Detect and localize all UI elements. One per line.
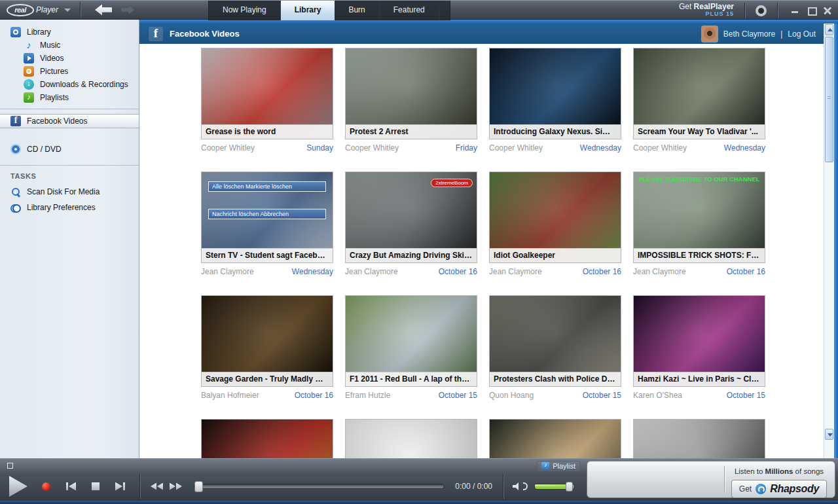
- video-author: Balyan Hofmeier: [201, 391, 259, 400]
- video-cell: Idiot Goalkeeper Jean Claymore October 1…: [489, 171, 621, 276]
- sidebar-item-label: Videos: [40, 54, 64, 63]
- video-title: F1 2011 - Red Bull - A lap of the ...: [346, 372, 477, 386]
- video-author: Jean Claymore: [633, 267, 686, 276]
- video-card[interactable]: [633, 419, 765, 458]
- video-card[interactable]: Grease is the word: [201, 48, 333, 139]
- rewind-button[interactable]: [151, 483, 163, 490]
- scrollbar-up-arrow[interactable]: [825, 24, 833, 35]
- volume-slider[interactable]: [534, 484, 575, 490]
- video-date: Wednesday: [580, 143, 621, 153]
- video-card[interactable]: Hamzi Kazi ~ Live in Paris ~ Clu...: [633, 295, 765, 387]
- video-cell: Savage Garden - Truly Madly De... Balyan…: [201, 295, 333, 400]
- video-cell: [489, 419, 621, 458]
- forward-button-disabled: [121, 6, 134, 14]
- video-cell: Hamzi Kazi ~ Live in Paris ~ Clu... Kare…: [633, 295, 765, 400]
- speaker-icon[interactable]: [513, 482, 520, 490]
- get-realplayer-plus-link[interactable]: Get RealPlayer PLUS 15: [679, 3, 734, 18]
- previous-button[interactable]: [66, 482, 76, 491]
- video-thumbnail: [346, 420, 477, 458]
- sidebar-item-music[interactable]: ♪ Music: [0, 39, 139, 52]
- video-card[interactable]: Protest 2 Arrest: [345, 48, 477, 139]
- logout-link[interactable]: Log Out: [788, 29, 816, 39]
- video-card[interactable]: [489, 419, 621, 458]
- realplayer-logo-icon: real: [7, 4, 34, 16]
- video-author: Cooper Whitley: [201, 143, 255, 153]
- playlist-button[interactable]: Playlist: [537, 461, 580, 471]
- next-button[interactable]: [115, 482, 125, 491]
- video-author: Efram Hutzle: [345, 391, 390, 400]
- sidebar-item-videos[interactable]: Videos: [0, 52, 139, 65]
- video-card[interactable]: Idiot Goalkeeper: [489, 171, 621, 263]
- vertical-scrollbar[interactable]: [824, 24, 834, 458]
- scrollbar-down-arrow[interactable]: [825, 429, 833, 440]
- get-rhapsody-button[interactable]: Get Rhapsody: [731, 480, 827, 498]
- next-icon: [123, 482, 125, 490]
- get-label: Get: [739, 484, 752, 494]
- facebook-icon: [10, 116, 21, 126]
- sidebar-task-library-preferences[interactable]: Library Preferences: [0, 201, 139, 214]
- rhapsody-promo-panel: Listen to Millions of songs Get Rhapsody: [587, 461, 835, 498]
- playlist-icon: [541, 462, 549, 470]
- sidebar-item-facebook-videos[interactable]: Facebook Videos: [0, 114, 139, 128]
- sidebar-item-pictures[interactable]: Pictures: [0, 65, 139, 78]
- minimize-button[interactable]: [791, 7, 799, 14]
- show-video-button[interactable]: [7, 463, 13, 469]
- video-cell: PLEASE SUBSCRIBE TO OUR CHANNEL IMPOSSIB…: [633, 171, 765, 276]
- video-cell: Protesters Clash with Police Du... Quon …: [489, 295, 621, 400]
- video-card[interactable]: Introducing Galaxy Nexus. Simp...: [489, 48, 621, 139]
- volume-slider-handle[interactable]: [566, 482, 573, 492]
- video-cell: 2xtremeBoom Crazy But Amazing Driving Sk…: [345, 171, 477, 276]
- maximize-button[interactable]: [807, 7, 815, 14]
- record-button[interactable]: [42, 482, 50, 491]
- sidebar-item-library[interactable]: Library: [0, 26, 139, 39]
- video-card[interactable]: [345, 419, 477, 458]
- video-title: IMPOSSIBLE TRICK SHOTS: FRI...: [634, 248, 765, 262]
- video-author: Cooper Whitley: [345, 143, 399, 153]
- video-card[interactable]: [201, 419, 333, 458]
- facebook-icon: [149, 27, 163, 41]
- preferences-icon: [10, 202, 21, 213]
- tab-library[interactable]: Library: [281, 1, 335, 20]
- promo-text-bold: Millions: [765, 467, 793, 475]
- tab-burn[interactable]: Burn: [335, 1, 379, 20]
- close-button[interactable]: [824, 7, 831, 14]
- video-author: Quon Hoang: [489, 391, 534, 400]
- get-prefix: Get: [679, 2, 694, 11]
- video-date: October 15: [727, 391, 765, 400]
- sidebar-task-scan-disk[interactable]: Scan Disk For Media: [0, 185, 139, 198]
- videos-icon: [24, 53, 34, 63]
- stop-button[interactable]: [92, 482, 100, 490]
- rhapsody-logo-icon: [756, 484, 766, 494]
- video-card[interactable]: PLEASE SUBSCRIBE TO OUR CHANNEL IMPOSSIB…: [633, 171, 765, 263]
- tab-now-playing[interactable]: Now Playing: [209, 1, 281, 20]
- tab-featured[interactable]: Featured: [380, 1, 439, 20]
- player-bar: Playlist 0:00 / 0:00: [0, 458, 838, 501]
- seek-slider-handle[interactable]: [194, 481, 203, 492]
- realplayer-menu-button[interactable]: real Player: [7, 4, 71, 16]
- video-cell: [633, 419, 765, 458]
- sidebar-item-label: Playlists: [40, 93, 69, 102]
- seek-slider[interactable]: [194, 484, 445, 489]
- fast-forward-button[interactable]: [170, 483, 182, 490]
- sidebar-item-downloads[interactable]: Downloads & Recordings: [0, 78, 139, 91]
- video-card[interactable]: Savage Garden - Truly Madly De...: [201, 295, 333, 387]
- video-date: October 16: [439, 267, 477, 276]
- rhapsody-wordmark: Rhapsody: [770, 483, 819, 495]
- fast-forward-icon: [170, 483, 175, 490]
- video-card[interactable]: F1 2011 - Red Bull - A lap of the ...: [345, 295, 477, 387]
- scrollbar-thumb[interactable]: [825, 37, 833, 162]
- play-button[interactable]: [9, 476, 27, 497]
- sidebar-item-playlists[interactable]: Playlists: [0, 91, 139, 104]
- sidebar: Library ♪ Music Videos Pictures Download…: [0, 20, 139, 458]
- rewind-icon: [151, 483, 156, 490]
- sidebar-item-label: Pictures: [40, 67, 68, 76]
- video-author: Jean Claymore: [489, 267, 542, 276]
- sidebar-item-cd-dvd[interactable]: CD / DVD: [0, 143, 139, 156]
- video-title: Scream Your Way To Vladivar '...: [634, 124, 765, 139]
- back-button[interactable]: [95, 5, 112, 16]
- video-card[interactable]: 2xtremeBoom Crazy But Amazing Driving Sk…: [345, 171, 477, 263]
- video-card[interactable]: Alle löschen Markierte löschenNachricht …: [201, 171, 333, 263]
- get-brand: RealPlayer: [694, 2, 734, 11]
- video-card[interactable]: Protesters Clash with Police Du...: [489, 295, 621, 387]
- video-card[interactable]: Scream Your Way To Vladivar '...: [633, 48, 765, 139]
